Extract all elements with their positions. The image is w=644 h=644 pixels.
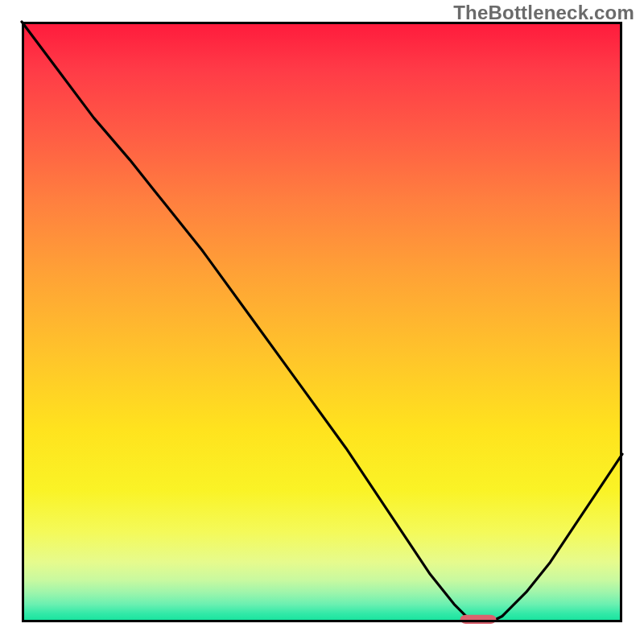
chart-canvas: TheBottleneck.com bbox=[0, 0, 644, 644]
curve-layer bbox=[22, 22, 622, 622]
watermark-text: TheBottleneck.com bbox=[453, 2, 634, 24]
target-marker bbox=[460, 615, 497, 624]
bottleneck-curve bbox=[22, 22, 622, 622]
plot-area bbox=[22, 22, 622, 622]
